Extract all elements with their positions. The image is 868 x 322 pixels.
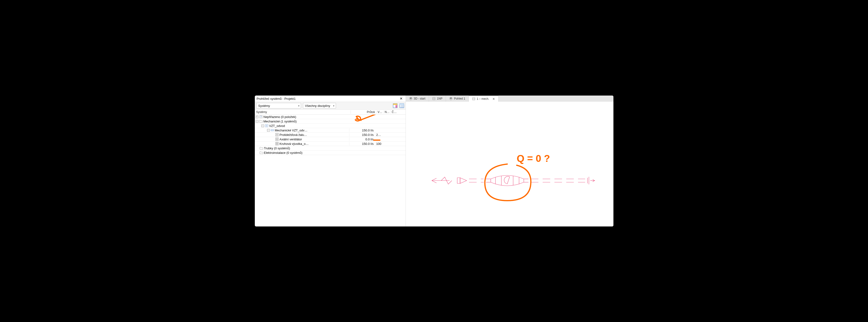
tree-row-axial-fan[interactable]: Axiální ventilátor 0.0 l/s	[255, 137, 406, 141]
tree-label: Elektroinstalace (0 systémů)	[264, 151, 303, 155]
collapse-icon[interactable]: −	[256, 120, 258, 123]
tab-label: Pohled 1	[454, 97, 465, 100]
col-c-header[interactable]: Č…	[391, 110, 398, 114]
duct-system-icon	[270, 128, 274, 132]
tab-1-mech[interactable]: 1 – mech. ✕	[469, 96, 499, 102]
tab-label: 1NP	[437, 97, 442, 100]
discipline-dropdown-label: Všechny disciplíny	[305, 104, 330, 107]
tab-close-button[interactable]: ✕	[492, 97, 495, 101]
tab-pohled1[interactable]: Pohled 1	[446, 96, 469, 102]
system-browser-panel: Prohlížeč systémů - Projekt1 ✕ Systémy ▾…	[255, 96, 406, 226]
col-flow-header[interactable]: Průtok	[350, 110, 377, 114]
col-n-header[interactable]: N…	[384, 110, 391, 114]
duct-left-icon	[469, 179, 484, 182]
panel-title: Prohlížeč systémů - Projekt1	[257, 97, 399, 100]
svg-text:?: ?	[260, 116, 262, 118]
tab-label: 3D - start	[414, 97, 425, 100]
svg-rect-2	[396, 105, 397, 108]
tree-label: Nepřiřazeno (0 položek)	[264, 115, 296, 119]
expand-icon[interactable]: +	[256, 116, 258, 118]
folder-icon	[259, 119, 263, 123]
tree-row-pipes[interactable]: Trubky (0 systémů)	[255, 146, 406, 151]
tab-label: 1 – mech.	[477, 97, 489, 100]
annotation-q-text: Q = 0 ?	[517, 153, 550, 164]
cube-icon	[409, 97, 412, 100]
plan-icon	[472, 97, 475, 100]
collapse-icon[interactable]: −	[267, 129, 270, 132]
flow-arrow-icon	[432, 177, 452, 184]
plan-icon	[432, 97, 436, 100]
louver-icon	[275, 133, 279, 137]
view-dropdown-label: Systémy	[258, 104, 270, 107]
fan-symbol-icon	[486, 175, 528, 186]
chevron-down-icon: ▾	[298, 104, 300, 107]
panel-toolbar: Systémy ▾ Všechny disciplíny ▾	[255, 102, 406, 110]
panel-close-button[interactable]: ✕	[399, 96, 404, 101]
panel-header: Prohlížeč systémů - Projekt1 ✕	[255, 96, 406, 102]
tree-label: Trubky (0 systémů)	[264, 147, 290, 150]
svg-rect-6	[400, 103, 404, 105]
tree-row-vzt-odvod[interactable]: − VZT_odvod	[255, 124, 406, 128]
view-tabs: 3D - start 1NP Pohled 1 1 – mech. ✕	[406, 96, 613, 102]
columns-header: Systémy Průtok V… N… Č…	[255, 110, 406, 115]
tree-label: VZT_odvod	[269, 124, 285, 128]
louver-symbol-icon	[457, 178, 467, 184]
tab-1np[interactable]: 1NP	[429, 96, 446, 102]
drawing-canvas[interactable]: Q = 0 ?	[406, 102, 613, 226]
tab-3d-start[interactable]: 3D - start	[406, 96, 429, 102]
chevron-down-icon: ▾	[333, 104, 334, 107]
flow-value: 150.0 l/s	[349, 129, 375, 132]
duct-right-icon	[531, 179, 585, 182]
tree-row-electrical[interactable]: Elektroinstalace (0 systémů)	[255, 151, 406, 155]
view-area: 3D - start 1NP Pohled 1 1 – mech. ✕	[406, 96, 613, 226]
tree-row-louver[interactable]: Protidežďová žalu… 150.0 l/s 2…	[255, 133, 406, 137]
tree-label: Mechanické VZT_odv…	[275, 129, 308, 132]
system-icon	[265, 124, 269, 128]
tree-row-mechanical[interactable]: − Mechanické (1 systémů)	[255, 119, 406, 124]
v-value: 2…	[375, 133, 382, 137]
tree-label: Kruhová výustka_o…	[280, 142, 309, 146]
system-tree[interactable]: + ? Nepřiřazeno (0 položek) − Mechanické…	[255, 115, 406, 226]
columns-icon[interactable]	[399, 103, 404, 108]
col-name-header[interactable]: Systémy	[256, 110, 350, 114]
unassigned-icon: ?	[259, 115, 263, 119]
folder-icon	[259, 151, 263, 155]
mechanical-drawing: Q = 0 ?	[406, 102, 613, 226]
cube-icon	[449, 97, 453, 100]
tree-row-unassigned[interactable]: + ? Nepřiřazeno (0 položek)	[255, 115, 406, 119]
v-value: 100	[375, 142, 382, 146]
discipline-dropdown[interactable]: Všechny disciplíny ▾	[303, 103, 336, 108]
svg-rect-1	[393, 103, 397, 105]
folder-icon	[259, 146, 263, 150]
tree-row-diffuser[interactable]: Kruhová výustka_o… 150.0 l/s 100	[255, 141, 406, 146]
tree-label: Axiální ventilátor	[280, 137, 302, 141]
svg-rect-13	[276, 142, 278, 145]
fan-icon	[275, 137, 279, 141]
collapse-icon[interactable]: −	[261, 125, 264, 127]
layout-icon[interactable]	[393, 103, 398, 108]
tree-label: Mechanické (1 systémů)	[264, 120, 297, 123]
flow-value: 150.0 l/s	[349, 142, 375, 146]
svg-rect-10	[271, 130, 274, 131]
diffuser-icon	[275, 142, 279, 146]
flow-value: 0.0 l/s	[349, 137, 375, 141]
diffuser-symbol-icon	[587, 177, 595, 185]
col-v-header[interactable]: V…	[377, 110, 384, 114]
tree-row-mech-vzt-odv[interactable]: − Mechanické VZT_odv… 150.0 l/s	[255, 128, 406, 133]
flow-value: 150.0 l/s	[349, 133, 375, 137]
app-window: Prohlížeč systémů - Projekt1 ✕ Systémy ▾…	[255, 96, 613, 226]
tree-label: Protidežďová žalu…	[280, 133, 307, 137]
view-dropdown[interactable]: Systémy ▾	[256, 103, 301, 108]
